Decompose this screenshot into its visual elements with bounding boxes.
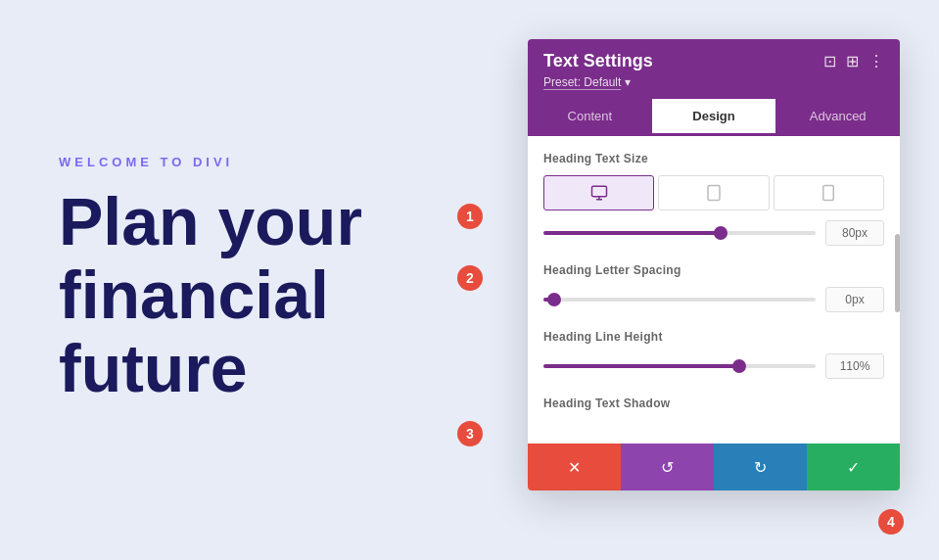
panel-footer: ✕ ↺ ↻ ✓ (528, 443, 900, 490)
panel-icons: ⊡ ⊞ ⋮ (823, 52, 884, 70)
text-size-value[interactable] (825, 220, 884, 246)
text-size-slider-thumb[interactable] (714, 226, 728, 240)
heading-text-size-label: Heading Text Size (543, 152, 884, 165)
redo-button[interactable]: ↻ (714, 443, 807, 490)
svg-rect-5 (823, 186, 834, 201)
mobile-icon (820, 184, 837, 202)
heading-letter-spacing-group: Heading Letter Spacing (543, 263, 884, 312)
tab-advanced[interactable]: Advanced (775, 99, 900, 136)
expand-icon[interactable]: ⊡ (823, 52, 836, 70)
badge-4: 4 (878, 509, 904, 535)
line-height-value[interactable] (825, 353, 884, 379)
mobile-icon-btn[interactable] (774, 175, 884, 210)
more-icon[interactable]: ⋮ (869, 52, 884, 70)
tab-content[interactable]: Content (528, 99, 652, 136)
badge-1: 1 (457, 204, 483, 229)
line-height-slider-fill (543, 364, 739, 368)
panel-scrollbar[interactable] (895, 234, 900, 312)
desktop-icon (590, 184, 608, 202)
device-icons-row (543, 175, 884, 210)
letter-spacing-value[interactable] (825, 287, 884, 312)
panel-preset[interactable]: Preset: Default ▾ (543, 75, 884, 89)
text-size-slider-row (543, 220, 884, 246)
heading-letter-spacing-label: Heading Letter Spacing (543, 263, 884, 277)
heading-text-size-group: Heading Text Size (543, 152, 884, 246)
heading-line-height-group: Heading Line Height (543, 330, 884, 379)
heading-text-shadow-group: Heading Text Shadow (543, 397, 884, 410)
panel-header: Text Settings ⊡ ⊞ ⋮ Preset: Default ▾ (528, 39, 900, 99)
settings-panel: Text Settings ⊡ ⊞ ⋮ Preset: Default ▾ Co… (528, 39, 900, 490)
svg-rect-3 (708, 186, 720, 201)
letter-spacing-slider-track[interactable] (543, 298, 816, 302)
svg-rect-0 (591, 186, 606, 197)
line-height-slider-track[interactable] (543, 364, 816, 368)
panel-tabs: Content Design Advanced (528, 99, 900, 136)
tablet-icon (705, 184, 723, 202)
columns-icon[interactable]: ⊞ (846, 52, 859, 70)
panel-title: Text Settings (543, 51, 653, 71)
line-height-slider-thumb[interactable] (732, 359, 746, 373)
line-height-slider-row (543, 353, 884, 379)
cancel-button[interactable]: ✕ (528, 443, 621, 490)
heading-line-height-label: Heading Line Height (543, 330, 884, 344)
tablet-icon-btn[interactable] (658, 175, 769, 210)
heading-text-shadow-label: Heading Text Shadow (543, 397, 884, 410)
badge-3: 3 (457, 421, 483, 446)
save-button[interactable]: ✓ (807, 443, 900, 490)
badge-2: 2 (457, 265, 483, 291)
text-size-slider-fill (543, 231, 721, 235)
letter-spacing-slider-row (543, 287, 884, 312)
reset-button[interactable]: ↺ (621, 443, 714, 490)
desktop-icon-btn[interactable] (543, 175, 654, 210)
tab-design[interactable]: Design (652, 99, 776, 136)
text-size-slider-track[interactable] (543, 231, 816, 235)
letter-spacing-slider-thumb[interactable] (547, 293, 561, 306)
panel-body: Heading Text Size (528, 136, 900, 443)
panel-title-row: Text Settings ⊡ ⊞ ⋮ (543, 51, 884, 71)
